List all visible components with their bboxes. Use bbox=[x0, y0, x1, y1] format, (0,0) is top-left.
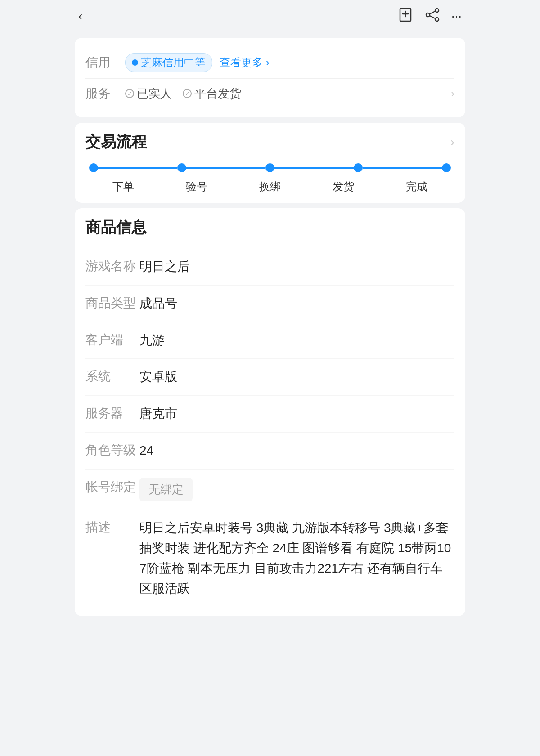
step-dot-2 bbox=[177, 163, 186, 172]
product-value-type: 成品号 bbox=[140, 294, 454, 314]
product-key-server: 服务器 bbox=[86, 404, 140, 422]
product-value-binding: 无绑定 bbox=[140, 478, 454, 502]
svg-point-3 bbox=[435, 18, 439, 21]
step-label-5: 完成 bbox=[380, 179, 454, 194]
product-row-system: 系统 安卓版 bbox=[86, 359, 454, 396]
svg-point-1 bbox=[435, 9, 439, 12]
step-label-3: 换绑 bbox=[233, 179, 306, 194]
product-value-server: 唐克市 bbox=[140, 404, 454, 424]
credit-badge[interactable]: 芝麻信用中等 bbox=[125, 53, 212, 72]
check-circle-icon bbox=[125, 89, 134, 98]
step-dot-3 bbox=[266, 163, 274, 172]
transaction-chevron-icon: › bbox=[450, 135, 454, 149]
process-labels: 下单 验号 换绑 发货 完成 bbox=[86, 179, 454, 194]
service-label: 服务 bbox=[86, 85, 125, 102]
service-item-real: 已实人 bbox=[125, 86, 172, 102]
step-line-3 bbox=[274, 167, 354, 169]
product-key-game-name: 游戏名称 bbox=[86, 257, 140, 275]
product-row-level: 角色等级 24 bbox=[86, 433, 454, 470]
step-line-1 bbox=[98, 167, 177, 169]
nav-left: ‹ bbox=[78, 9, 82, 23]
svg-line-4 bbox=[430, 11, 435, 14]
credit-dot-icon bbox=[132, 59, 138, 66]
back-icon[interactable]: ‹ bbox=[78, 9, 82, 23]
step-line-4 bbox=[363, 167, 442, 169]
svg-line-5 bbox=[430, 16, 435, 18]
step-label-4: 发货 bbox=[307, 179, 380, 194]
product-row-type: 商品类型 成品号 bbox=[86, 286, 454, 322]
service-row[interactable]: 服务 已实人 平台发货 › bbox=[86, 79, 454, 108]
credit-badge-text: 芝麻信用中等 bbox=[141, 55, 206, 70]
product-value-desc: 明日之后安卓时装号 3典藏 九游版本转移号 3典藏+多套抽奖时装 进化配方齐全 … bbox=[140, 518, 454, 599]
step-label-1: 下单 bbox=[86, 179, 160, 194]
bookmark-icon[interactable] bbox=[397, 7, 414, 26]
share-icon[interactable] bbox=[424, 7, 441, 26]
product-info-card: 商品信息 游戏名称 明日之后 商品类型 成品号 客户端 九游 系统 安卓版 服务… bbox=[75, 208, 465, 616]
step-dot-4 bbox=[354, 163, 363, 172]
product-key-level: 角色等级 bbox=[86, 441, 140, 459]
product-key-system: 系统 bbox=[86, 367, 140, 385]
credit-label: 信用 bbox=[86, 54, 125, 71]
step-dot-5 bbox=[442, 163, 451, 172]
product-row-client: 客户端 九游 bbox=[86, 322, 454, 359]
service-chevron-icon: › bbox=[451, 87, 454, 100]
service-content: 已实人 平台发货 bbox=[125, 86, 451, 102]
transaction-card: 交易流程 › 下单 验号 换绑 发货 完成 bbox=[75, 123, 465, 203]
service-item-platform: 平台发货 bbox=[183, 86, 241, 102]
transaction-title: 交易流程 › bbox=[86, 132, 454, 152]
product-row-binding: 帐号绑定 无绑定 bbox=[86, 470, 454, 510]
product-value-client: 九游 bbox=[140, 331, 454, 351]
product-info-title: 商品信息 bbox=[86, 217, 454, 238]
product-value-game-name: 明日之后 bbox=[140, 257, 454, 277]
credit-content: 芝麻信用中等 查看更多 › bbox=[125, 53, 454, 72]
nav-right: ··· bbox=[397, 7, 462, 26]
service-item-real-text: 已实人 bbox=[137, 86, 172, 102]
no-binding-badge: 无绑定 bbox=[140, 478, 193, 502]
process-line-wrapper bbox=[86, 163, 454, 172]
step-dot-1 bbox=[89, 163, 98, 172]
product-value-system: 安卓版 bbox=[140, 367, 454, 387]
more-icon[interactable]: ··· bbox=[451, 9, 462, 23]
product-row-server: 服务器 唐克市 bbox=[86, 396, 454, 433]
product-key-client: 客户端 bbox=[86, 331, 140, 349]
svg-point-2 bbox=[426, 13, 430, 17]
service-item-platform-text: 平台发货 bbox=[194, 86, 241, 102]
credit-service-card: 信用 芝麻信用中等 查看更多 › 服务 已实人 平台发货 › bbox=[75, 38, 465, 117]
view-more-link[interactable]: 查看更多 › bbox=[220, 55, 270, 70]
nav-bar: ‹ ··· bbox=[68, 0, 472, 32]
product-row-game-name: 游戏名称 明日之后 bbox=[86, 249, 454, 286]
product-key-binding: 帐号绑定 bbox=[86, 478, 140, 496]
product-row-desc: 描述 明日之后安卓时装号 3典藏 九游版本转移号 3典藏+多套抽奖时装 进化配方… bbox=[86, 510, 454, 607]
step-line-2 bbox=[186, 167, 266, 169]
product-key-desc: 描述 bbox=[86, 518, 140, 536]
check-circle-icon-2 bbox=[183, 89, 192, 98]
credit-row: 信用 芝麻信用中等 查看更多 › bbox=[86, 47, 454, 79]
step-label-2: 验号 bbox=[160, 179, 233, 194]
product-value-level: 24 bbox=[140, 441, 454, 461]
product-key-type: 商品类型 bbox=[86, 294, 140, 312]
